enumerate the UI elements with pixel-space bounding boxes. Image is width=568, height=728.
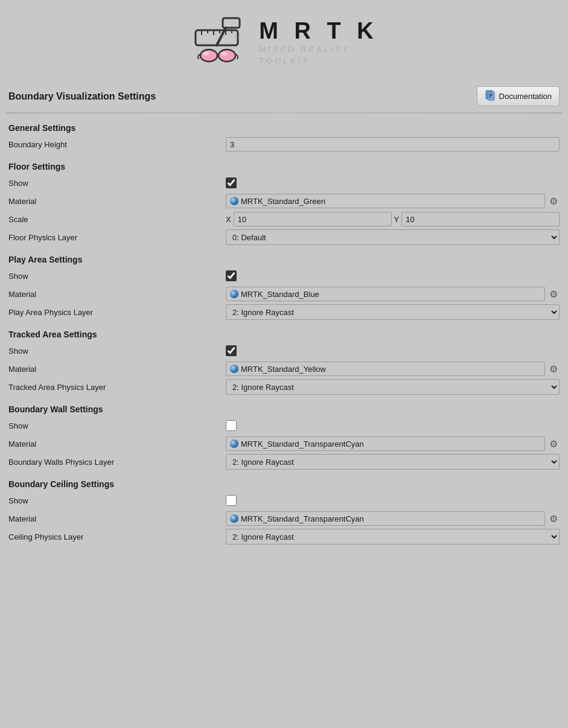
svg-rect-8	[223, 18, 240, 28]
floor-scale-y-input[interactable]	[401, 212, 560, 226]
tracked-area-material-field-row: MRTK_Standard_Yellow ⚙	[226, 362, 560, 376]
boundary-ceiling-material-value: MRTK_Standard_TransparentCyan	[241, 514, 364, 523]
boundary-ceiling-material-gear-icon[interactable]: ⚙	[547, 512, 560, 525]
floor-material-label: Material	[8, 197, 226, 206]
logo-text: M R T K MIXED REALITY TOOLKIT	[259, 18, 378, 66]
page-header-row: Boundary Visualization Settings Document…	[6, 81, 562, 111]
boundary-wall-physics-layer-select[interactable]: 0: Default 1: TransparentFX 2: Ignore Ra…	[226, 454, 560, 470]
boundary-wall-show-checkbox[interactable]	[226, 420, 237, 431]
boundary-ceiling-show-checkbox[interactable]	[226, 495, 237, 506]
svg-point-14	[222, 52, 228, 56]
play-area-show-label: Show	[8, 272, 226, 281]
floor-material-value: MRTK_Standard_Green	[241, 197, 325, 206]
floor-material-row: Material MRTK_Standard_Green ⚙	[8, 193, 560, 209]
play-area-settings-group: Play Area Settings Show Material MRTK_St…	[6, 251, 562, 326]
logo-subtitle-line1: MIXED REALITY	[259, 44, 378, 55]
boundary-wall-material-gear-icon[interactable]: ⚙	[547, 438, 560, 450]
boundary-wall-show-label: Show	[8, 421, 226, 430]
play-area-material-label: Material	[8, 290, 226, 299]
play-area-physics-layer-row: Play Area Physics Layer 0: Default 1: Tr…	[8, 304, 560, 320]
boundary-height-row: Boundary Height	[8, 136, 560, 152]
boundary-ceiling-physics-layer-select[interactable]: 0: Default 1: TransparentFX 2: Ignore Ra…	[226, 529, 560, 544]
floor-physics-layer-select[interactable]: 0: Default 1: TransparentFX 2: Ignore Ra…	[226, 229, 560, 245]
boundary-height-label: Boundary Height	[8, 140, 226, 149]
mrtk-logo-icon	[190, 12, 250, 72]
boundary-wall-material-label: Material	[8, 439, 226, 449]
floor-material-field[interactable]: MRTK_Standard_Green	[226, 194, 545, 208]
boundary-ceiling-show-label: Show	[8, 496, 226, 505]
floor-scale-x-input[interactable]	[234, 212, 392, 226]
boundary-wall-material-sphere	[230, 439, 238, 448]
floor-settings-title: Floor Settings	[8, 162, 560, 171]
boundary-wall-material-field[interactable]: MRTK_Standard_TransparentCyan	[226, 436, 545, 451]
floor-scale-inputs: X Y	[226, 212, 560, 226]
floor-scale-row: Scale X Y	[8, 211, 560, 227]
boundary-ceiling-physics-layer-label: Ceiling Physics Layer	[8, 532, 226, 541]
floor-material-gear-icon[interactable]: ⚙	[547, 195, 560, 207]
general-settings-group: General Settings Boundary Height	[6, 120, 562, 158]
tracked-area-show-row: Show	[8, 343, 560, 359]
page-title: Boundary Visualization Settings	[8, 91, 156, 102]
boundary-height-input[interactable]	[226, 137, 560, 152]
documentation-button[interactable]: Documentation	[477, 86, 560, 106]
floor-material-field-row: MRTK_Standard_Green ⚙	[226, 194, 560, 208]
play-area-show-checkbox[interactable]	[226, 270, 237, 281]
floor-scale-x-label: X	[226, 215, 231, 224]
play-area-material-field-row: MRTK_Standard_Blue ⚙	[226, 287, 560, 301]
play-area-settings-title: Play Area Settings	[8, 255, 560, 264]
floor-scale-label: Scale	[8, 215, 226, 224]
boundary-wall-physics-layer-label: Boundary Walls Physics Layer	[8, 458, 226, 467]
boundary-ceiling-show-row: Show	[8, 493, 560, 508]
boundary-wall-physics-layer-row: Boundary Walls Physics Layer 0: Default …	[8, 454, 560, 470]
floor-physics-layer-row: Floor Physics Layer 0: Default 1: Transp…	[8, 229, 560, 245]
svg-point-10	[200, 49, 217, 62]
logo-area: M R T K MIXED REALITY TOOLKIT	[190, 12, 378, 72]
header-divider	[6, 112, 562, 113]
svg-point-13	[203, 52, 209, 56]
play-area-material-row: Material MRTK_Standard_Blue ⚙	[8, 286, 560, 302]
play-area-material-value: MRTK_Standard_Blue	[241, 290, 319, 299]
doc-button-label: Documentation	[499, 92, 552, 101]
play-area-physics-layer-select[interactable]: 0: Default 1: TransparentFX 2: Ignore Ra…	[226, 304, 560, 320]
floor-show-row: Show	[8, 175, 560, 191]
svg-point-11	[219, 49, 235, 62]
tracked-area-show-checkbox[interactable]	[226, 345, 237, 356]
boundary-ceiling-settings-title: Boundary Ceiling Settings	[8, 479, 560, 489]
floor-show-checkbox[interactable]	[226, 177, 237, 188]
tracked-area-material-value: MRTK_Standard_Yellow	[241, 365, 326, 374]
boundary-wall-material-value: MRTK_Standard_TransparentCyan	[241, 439, 364, 449]
boundary-wall-settings-group: Boundary Wall Settings Show Material MRT…	[6, 401, 562, 476]
tracked-area-material-row: Material MRTK_Standard_Yellow ⚙	[8, 361, 560, 377]
play-area-material-sphere	[230, 290, 238, 298]
boundary-wall-material-field-row: MRTK_Standard_TransparentCyan ⚙	[226, 436, 560, 451]
boundary-wall-settings-title: Boundary Wall Settings	[8, 404, 560, 414]
tracked-area-material-label: Material	[8, 365, 226, 374]
boundary-ceiling-material-field-row: MRTK_Standard_TransparentCyan ⚙	[226, 511, 560, 526]
floor-show-label: Show	[8, 179, 226, 188]
tracked-area-show-label: Show	[8, 346, 226, 356]
boundary-ceiling-material-label: Material	[8, 514, 226, 523]
boundary-ceiling-material-sphere	[230, 514, 238, 523]
floor-material-sphere	[230, 197, 238, 205]
logo-subtitle-line2: TOOLKIT	[259, 56, 378, 66]
doc-icon	[485, 90, 496, 103]
main-content: Boundary Visualization Settings Document…	[0, 81, 568, 551]
tracked-area-settings-group: Tracked Area Settings Show Material MRTK…	[6, 326, 562, 401]
tracked-area-physics-layer-label: Tracked Area Physics Layer	[8, 383, 226, 392]
play-area-material-gear-icon[interactable]: ⚙	[547, 288, 560, 300]
tracked-area-material-sphere	[230, 365, 238, 373]
boundary-ceiling-settings-group: Boundary Ceiling Settings Show Material …	[6, 476, 562, 551]
play-area-material-field[interactable]: MRTK_Standard_Blue	[226, 287, 545, 301]
floor-scale-y-label: Y	[394, 215, 400, 224]
header: M R T K MIXED REALITY TOOLKIT	[0, 0, 568, 81]
logo-title: M R T K	[259, 18, 378, 44]
boundary-wall-show-row: Show	[8, 418, 560, 433]
boundary-ceiling-material-field[interactable]: MRTK_Standard_TransparentCyan	[226, 511, 545, 526]
tracked-area-physics-layer-select[interactable]: 0: Default 1: TransparentFX 2: Ignore Ra…	[226, 379, 560, 395]
floor-physics-layer-label: Floor Physics Layer	[8, 233, 226, 242]
play-area-physics-layer-label: Play Area Physics Layer	[8, 308, 226, 317]
floor-settings-group: Floor Settings Show Material MRTK_Standa…	[6, 158, 562, 251]
boundary-ceiling-physics-layer-row: Ceiling Physics Layer 0: Default 1: Tran…	[8, 529, 560, 544]
tracked-area-material-gear-icon[interactable]: ⚙	[547, 363, 560, 375]
tracked-area-material-field[interactable]: MRTK_Standard_Yellow	[226, 362, 545, 376]
